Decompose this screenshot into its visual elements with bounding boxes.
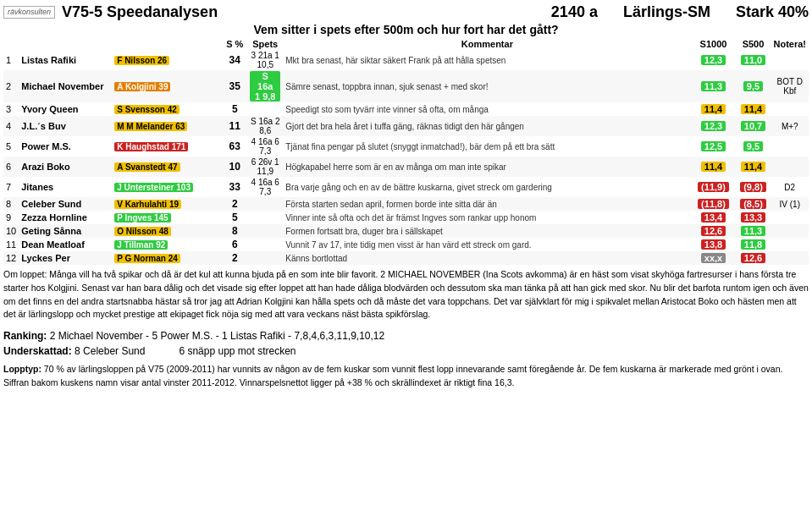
sp-value: 63: [222, 136, 247, 157]
row-num: 12: [3, 251, 19, 265]
table-row: 4J.L.´s BuvM M Melander 6311S 16a 2 8,6G…: [3, 116, 809, 136]
horse-name: Dean Meatloaf: [19, 238, 112, 251]
lopptyp-value: 70 % av lärlingsloppen på V75 (2009-2011…: [3, 364, 782, 387]
spets-value: [247, 251, 283, 265]
note-cell: D2: [771, 177, 809, 197]
sp-value: 34: [222, 50, 247, 70]
s500-badge: 10,7: [741, 121, 765, 131]
s1000-value: 12,3: [691, 116, 735, 136]
note-cell: [771, 102, 809, 116]
comment-cell: Tjänat fina pengar på slutet (snyggt inm…: [283, 136, 691, 157]
s500-value: 9,5: [735, 70, 771, 102]
note-cell: [771, 157, 809, 177]
trainer-badge: S Svensson 42: [114, 105, 180, 114]
th-spets: Spets: [247, 38, 283, 50]
trainer-badge: A Svanstedt 47: [114, 162, 180, 172]
s1000-value: 12,3: [691, 50, 735, 70]
note-cell: IV (1): [771, 197, 809, 211]
comment-cell: Första starten sedan april, formen borde…: [283, 197, 691, 211]
underskattad-label: Underskattad:: [3, 345, 72, 357]
spets-value: [247, 224, 283, 238]
s1000-value: 13,8: [691, 238, 735, 251]
s1000-badge: 11,3: [701, 81, 726, 91]
horse-name: Geting Sånna: [19, 224, 112, 238]
comment-cell: Speedigt sto som tyvärr inte vinner så o…: [283, 102, 691, 116]
s500-badge: 11,3: [741, 226, 765, 236]
s500-value: 10,7: [735, 116, 771, 136]
footer-section: Lopptyp: 70 % av lärlingsloppen på V75 (…: [3, 362, 809, 390]
trainer-cell: J Untersteiner 103: [112, 177, 222, 197]
trainer-cell: K Haughstad 171: [112, 136, 222, 157]
note-cell: BOT D Kbf: [771, 70, 809, 102]
trainer-cell: S Svensson 42: [112, 102, 222, 116]
comment-cell: Formen fortsatt bra, duger bra i sällska…: [283, 224, 691, 238]
th-name: [19, 38, 112, 50]
trainer-cell: F Nilsson 26: [112, 50, 222, 70]
s1000-badge: 12,6: [701, 226, 726, 236]
spets-value: 4 16a 6 7,3: [247, 177, 283, 197]
table-row: 2Michael NovemberA Kolgjini 3935S 16a 1 …: [3, 70, 809, 102]
horse-name: Michael November: [19, 70, 112, 102]
table-row: 5Power M.S.K Haughstad 171634 16a 6 7,3T…: [3, 136, 809, 157]
table-row: 7JitanesJ Untersteiner 103334 16a 6 7,3B…: [3, 177, 809, 197]
row-num: 4: [3, 116, 19, 136]
s1000-badge: 11,4: [701, 162, 726, 172]
trainer-badge: F Nilsson 26: [114, 56, 169, 65]
horse-name: Yvory Queen: [19, 102, 112, 116]
trainer-badge: J Untersteiner 103: [114, 183, 193, 192]
note-cell: [771, 251, 809, 265]
s500-badge: 9,5: [743, 141, 763, 151]
s500-value: 11,8: [735, 238, 771, 251]
s500-badge: 11,8: [741, 239, 765, 250]
sp-value: 2: [222, 251, 247, 265]
th-s1000: S1000: [691, 38, 735, 50]
s1000-value: (11,9): [691, 177, 735, 197]
underskattad-label2: 6 snäpp upp mot strecken: [179, 345, 296, 357]
underskattad-value: 8 Celeber Sund: [75, 345, 145, 357]
note-cell: [771, 211, 809, 224]
trainer-badge: A Kolgjini 39: [114, 82, 170, 91]
comment-cell: Mkt bra senast, här siktar säkert Frank …: [283, 50, 691, 70]
th-comment: Kommentar: [283, 38, 691, 50]
trainer-cell: J Tillman 92: [112, 238, 222, 251]
s1000-badge: 12,3: [701, 121, 726, 131]
s500-value: (8,5): [735, 197, 771, 211]
comment-cell: Vunnit 7 av 17, inte tidig men visst är …: [283, 238, 691, 251]
trainer-badge: P G Norman 24: [114, 254, 180, 263]
comment-cell: Sämre senast, toppbra innan, sjuk senast…: [283, 70, 691, 102]
spets-value: [247, 211, 283, 224]
note-cell: M+?: [771, 116, 809, 136]
s500-badge: 12,6: [741, 253, 765, 263]
analysis-section: Om loppet: Många vill ha två spikar och …: [3, 268, 809, 321]
s1000-badge: (11,9): [698, 182, 729, 192]
th-trainer: [112, 38, 222, 50]
horse-name: Power M.S.: [19, 136, 112, 157]
s1000-badge: 13,4: [701, 212, 726, 223]
s500-badge: 11,4: [741, 162, 765, 172]
horse-name: J.L.´s Buv: [19, 116, 112, 136]
main-table: S % Spets Kommentar S1000 S500 Notera! 1…: [3, 38, 809, 265]
trainer-cell: A Svanstedt 47: [112, 157, 222, 177]
s500-value: 11,4: [735, 102, 771, 116]
row-num: 2: [3, 70, 19, 102]
trainer-badge: M M Melander 63: [114, 122, 187, 131]
sp-value: 8: [222, 224, 247, 238]
s1000-badge: xx,x: [701, 253, 726, 263]
comment-cell: Känns bortlottad: [283, 251, 691, 265]
s1000-value: 11,4: [691, 157, 735, 177]
note-cell: [771, 238, 809, 251]
table-row: 11Dean MeatloafJ Tillman 926Vunnit 7 av …: [3, 238, 809, 251]
s500-badge: (8,5): [740, 199, 766, 209]
s500-badge: 9,5: [743, 81, 763, 91]
comment-cell: Högkapabel herre som är en av många om m…: [283, 157, 691, 177]
s1000-value: 12,6: [691, 224, 735, 238]
header-center: 2140 a Lärlings-SM Stark 40%: [551, 3, 809, 21]
title-main: V75-5 Speedanalysen: [62, 3, 218, 21]
comment-cell: Bra varje gång och en av de bättre kuska…: [283, 177, 691, 197]
spets-value: 4 16a 6 7,3: [247, 136, 283, 157]
row-num: 1: [3, 50, 19, 70]
row-num: 11: [3, 238, 19, 251]
s1000-badge: 11,4: [701, 104, 726, 114]
sp-value: 6: [222, 238, 247, 251]
sp-value: 10: [222, 157, 247, 177]
